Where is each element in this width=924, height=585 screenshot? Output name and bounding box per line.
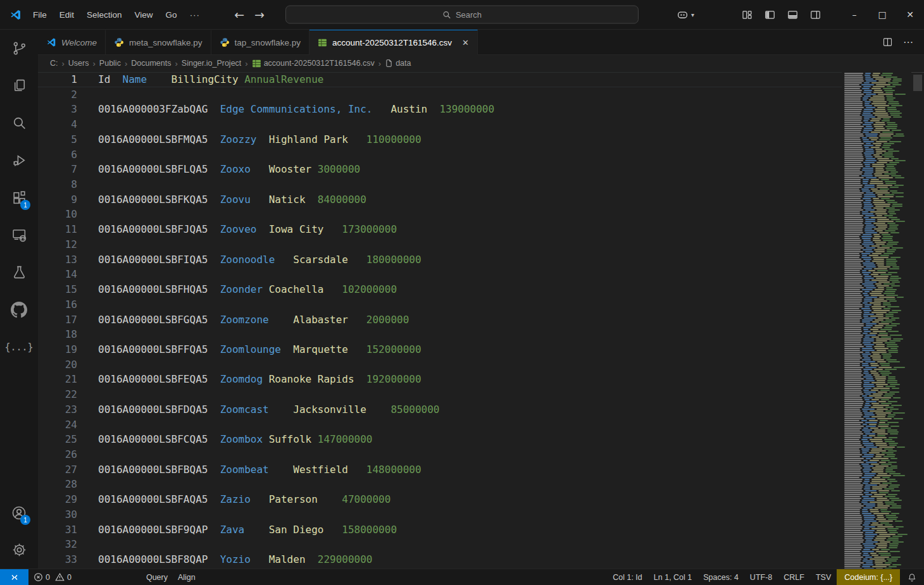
code-line-9[interactable]: 90016A00000LSBFKQA5 Zoovu Natick 8400000… — [38, 192, 842, 207]
code-line-4[interactable]: 4 — [38, 117, 842, 132]
breadcrumb-item[interactable]: account-20250312T161546.csv — [252, 59, 375, 68]
code-line-32[interactable]: 32 — [38, 537, 842, 552]
menu-view[interactable]: View — [128, 7, 159, 23]
status-eol[interactable]: CRLF — [778, 569, 810, 585]
breadcrumb-item[interactable]: Users — [68, 59, 89, 68]
code-line-22[interactable]: 22 — [38, 387, 842, 402]
code-line-3[interactable]: 30016A000003FZabQAG Edge Communications,… — [38, 102, 842, 117]
forward-arrow-icon[interactable]: → — [254, 8, 265, 22]
code-line-15[interactable]: 150016A00000LSBFHQA5 Zoonder Coachella 1… — [38, 282, 842, 297]
close-button[interactable]: ✕ — [896, 0, 924, 30]
status-cursor-position[interactable]: Ln 1, Col 1 — [648, 569, 697, 585]
status-language-mode[interactable]: TSV — [810, 569, 837, 585]
status-query[interactable]: Query — [141, 569, 173, 585]
search-input[interactable]: Search — [285, 6, 639, 24]
tab-tap-snowflake-py[interactable]: tap_snowflake.py — [211, 30, 309, 55]
code-line-14[interactable]: 14 — [38, 267, 842, 282]
sidebar-item-testing[interactable] — [0, 254, 38, 291]
sidebar-item-source-control[interactable] — [0, 30, 38, 67]
code-line-28[interactable]: 28 — [38, 477, 842, 492]
status-encoding[interactable]: UTF-8 — [744, 569, 778, 585]
accounts-button[interactable]: 1 — [0, 494, 38, 531]
line-number: 11 — [38, 222, 77, 237]
code-line-11[interactable]: 110016A00000LSBFJQA5 Zooveo Iowa City 17… — [38, 222, 842, 237]
code-line-26[interactable]: 26 — [38, 447, 842, 462]
code-line-25[interactable]: 250016A00000LSBFCQA5 Zoombox Suffolk 147… — [38, 432, 842, 447]
status-codeium[interactable]: Codeium: {...} — [837, 569, 900, 585]
line-text: 0016A00000LSBF8QAP Yozio Malden 22900000… — [98, 552, 372, 567]
breadcrumb-item[interactable]: Documents — [131, 59, 171, 68]
editor[interactable]: 1Id Name BillingCity AnnualRevenue230016… — [38, 71, 924, 569]
back-arrow-icon[interactable]: ← — [234, 8, 244, 22]
settings-button[interactable] — [0, 531, 38, 569]
status-cursor-column[interactable]: Col 1: Id — [607, 569, 648, 585]
code-line-13[interactable]: 130016A00000LSBFIQA5 Zoonoodle Scarsdale… — [38, 252, 842, 268]
sidebar-item-run-debug[interactable] — [0, 142, 38, 179]
sidebar-item-explorer[interactable] — [0, 67, 38, 104]
code-area[interactable]: 1Id Name BillingCity AnnualRevenue230016… — [38, 72, 842, 569]
tab-close-icon[interactable]: ✕ — [462, 38, 469, 47]
code-line-27[interactable]: 270016A00000LSBFBQA5 Zoombeat Westfield … — [38, 462, 842, 477]
code-line-7[interactable]: 70016A00000LSBFLQA5 Zooxo Wooster 300000… — [38, 162, 842, 177]
toggle-panel-icon[interactable] — [787, 9, 799, 21]
tab-welcome[interactable]: Welcome — [38, 30, 106, 55]
code-line-29[interactable]: 290016A00000LSBFAQA5 Zazio Paterson 4700… — [38, 492, 842, 507]
status-align[interactable]: Align — [173, 569, 201, 585]
code-line-20[interactable]: 20 — [38, 357, 842, 373]
sidebar-item-github[interactable] — [0, 291, 38, 328]
csv-file-icon — [318, 38, 327, 47]
tab-account-20250312t161546-csv[interactable]: account-20250312T161546.csv✕ — [309, 30, 478, 55]
code-line-23[interactable]: 230016A00000LSBFDQA5 Zoomcast Jacksonvil… — [38, 402, 842, 417]
code-line-1[interactable]: 1Id Name BillingCity AnnualRevenue — [38, 72, 842, 87]
scrollbar-thumb[interactable] — [913, 75, 922, 91]
breadcrumb-item[interactable]: data — [385, 59, 411, 68]
sidebar-item-codeium[interactable]: {...} — [0, 328, 38, 366]
code-line-12[interactable]: 12 — [38, 237, 842, 252]
copilot-menu[interactable]: ▾ — [676, 8, 694, 22]
code-line-31[interactable]: 310016A00000LSBF9QAP Zava San Diego 1580… — [38, 522, 842, 538]
code-line-19[interactable]: 190016A00000LSBFFQA5 Zoomlounge Marquett… — [38, 342, 842, 357]
code-line-30[interactable]: 30 — [38, 507, 842, 522]
search-sidebar-icon — [11, 115, 27, 131]
code-line-24[interactable]: 24 — [38, 417, 842, 433]
code-line-5[interactable]: 50016A00000LSBFMQA5 Zoozzy Highland Park… — [38, 132, 842, 147]
code-line-6[interactable]: 6 — [38, 147, 842, 163]
minimize-button[interactable]: – — [840, 0, 868, 30]
tab-meta-snowflake-py[interactable]: meta_snowflake.py — [106, 30, 211, 55]
breadcrumb-item[interactable]: Public — [99, 59, 121, 68]
menu-edit[interactable]: Edit — [53, 7, 80, 23]
sidebar-item-remote-explorer[interactable] — [0, 216, 38, 254]
vertical-scrollbar[interactable] — [911, 72, 924, 569]
sidebar-item-extensions[interactable]: 1 — [0, 179, 38, 216]
status-indentation[interactable]: Spaces: 4 — [697, 569, 744, 585]
toggle-primary-sidebar-icon[interactable] — [764, 9, 776, 21]
menu-file[interactable]: File — [27, 7, 53, 23]
line-text: 0016A00000LSBFEQA5 Zoomdog Roanoke Rapid… — [98, 372, 421, 387]
vscode-logo-icon — [9, 9, 22, 21]
maximize-button[interactable]: □ — [868, 0, 896, 30]
breadcrumb-item[interactable]: C: — [50, 59, 58, 68]
code-line-17[interactable]: 170016A00000LSBFGQA5 Zoomzone Alabaster … — [38, 312, 842, 328]
code-line-21[interactable]: 210016A00000LSBFEQA5 Zoomdog Roanoke Rap… — [38, 372, 842, 387]
code-line-18[interactable]: 18 — [38, 327, 842, 342]
problems-indicator[interactable]: 0 0 — [28, 569, 77, 585]
code-line-8[interactable]: 8 — [38, 177, 842, 192]
notifications-bell[interactable] — [900, 569, 924, 585]
toggle-secondary-sidebar-icon[interactable] — [809, 9, 821, 21]
breadcrumb-item[interactable]: Singer.io_Project — [182, 59, 242, 68]
menu-selection[interactable]: Selection — [80, 7, 128, 23]
remote-icon — [9, 572, 20, 582]
split-editor-icon[interactable] — [882, 37, 893, 47]
code-line-2[interactable]: 2 — [38, 87, 842, 102]
sidebar-item-search[interactable] — [0, 104, 38, 142]
minimap[interactable] — [843, 73, 911, 569]
code-line-16[interactable]: 16 — [38, 297, 842, 312]
remote-indicator[interactable] — [0, 569, 28, 585]
line-number: 4 — [38, 117, 77, 132]
more-actions-icon[interactable]: ⋯ — [903, 36, 914, 48]
code-line-33[interactable]: 330016A00000LSBF8QAP Yozio Malden 229000… — [38, 552, 842, 567]
code-line-10[interactable]: 10 — [38, 207, 842, 222]
menu-overflow[interactable]: ··· — [184, 7, 207, 23]
menu-go[interactable]: Go — [159, 7, 184, 23]
customize-layout-icon[interactable] — [741, 9, 753, 21]
